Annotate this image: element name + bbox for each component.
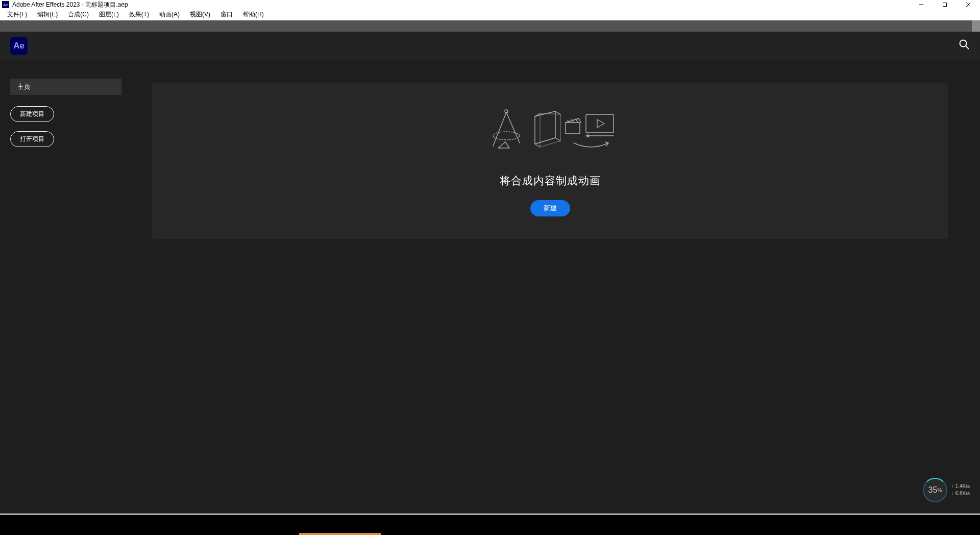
menu-edit[interactable]: 编辑(E) xyxy=(32,9,63,20)
content: 将合成内容制成动画 新建 xyxy=(128,79,980,514)
menubar: 文件(F) 编辑(E) 合成(C) 图层(L) 效果(T) 动画(A) 视图(V… xyxy=(0,9,980,20)
minimize-button[interactable] xyxy=(910,0,933,9)
net-stats: 1.4K/s 6.8K/s xyxy=(951,483,970,497)
home-tab[interactable]: 主页 xyxy=(10,79,121,95)
welcome-card: 将合成内容制成动画 新建 xyxy=(152,83,948,239)
menu-file[interactable]: 文件(F) xyxy=(2,9,32,20)
cpu-percent: 35 xyxy=(928,485,938,495)
open-project-button[interactable]: 打开项目 xyxy=(10,131,54,147)
window-controls xyxy=(910,0,980,9)
ae-logo: Ae xyxy=(10,37,28,55)
app-icon: Ae xyxy=(2,1,9,8)
main-area: 主页 新建项目 打开项目 xyxy=(0,60,980,514)
close-button[interactable] xyxy=(957,0,980,9)
svg-point-4 xyxy=(960,40,967,47)
svg-marker-13 xyxy=(597,119,604,128)
svg-line-5 xyxy=(966,46,969,49)
taskbar xyxy=(0,515,980,535)
app-header: Ae xyxy=(0,32,980,60)
menu-window[interactable]: 窗口 xyxy=(215,9,238,20)
search-icon[interactable] xyxy=(959,39,970,53)
taskbar-active-indicator xyxy=(299,533,381,535)
net-upload: 1.4K/s xyxy=(951,483,970,490)
window-title: Adobe After Effects 2023 - 无标题项目.aep xyxy=(12,1,128,9)
new-project-button[interactable]: 新建项目 xyxy=(10,106,54,122)
svg-rect-12 xyxy=(586,114,614,133)
menu-effect[interactable]: 效果(T) xyxy=(124,9,154,20)
workflow-illustration-icon xyxy=(484,107,617,155)
toolbar-strip xyxy=(0,20,980,32)
cpu-percent-suffix: % xyxy=(937,488,942,493)
svg-rect-1 xyxy=(943,3,947,7)
menu-animation[interactable]: 动画(A) xyxy=(154,9,185,20)
welcome-headline: 将合成内容制成动画 xyxy=(500,174,601,188)
cpu-usage-circle: 35% xyxy=(923,478,947,502)
svg-rect-8 xyxy=(566,123,580,134)
new-button[interactable]: 新建 xyxy=(530,200,570,216)
menu-view[interactable]: 视图(V) xyxy=(185,9,215,20)
svg-line-11 xyxy=(576,119,578,123)
toolbar-corner xyxy=(972,20,980,32)
menu-layer[interactable]: 图层(L) xyxy=(94,9,124,20)
maximize-button[interactable] xyxy=(933,0,957,9)
menu-composition[interactable]: 合成(C) xyxy=(63,9,94,20)
sidebar: 主页 新建项目 打开项目 xyxy=(0,79,128,514)
menu-help[interactable]: 帮助(H) xyxy=(238,9,269,20)
titlebar: Ae Adobe After Effects 2023 - 无标题项目.aep xyxy=(0,0,980,9)
net-download: 6.8K/s xyxy=(951,490,970,497)
network-widget: 35% 1.4K/s 6.8K/s xyxy=(923,478,970,502)
